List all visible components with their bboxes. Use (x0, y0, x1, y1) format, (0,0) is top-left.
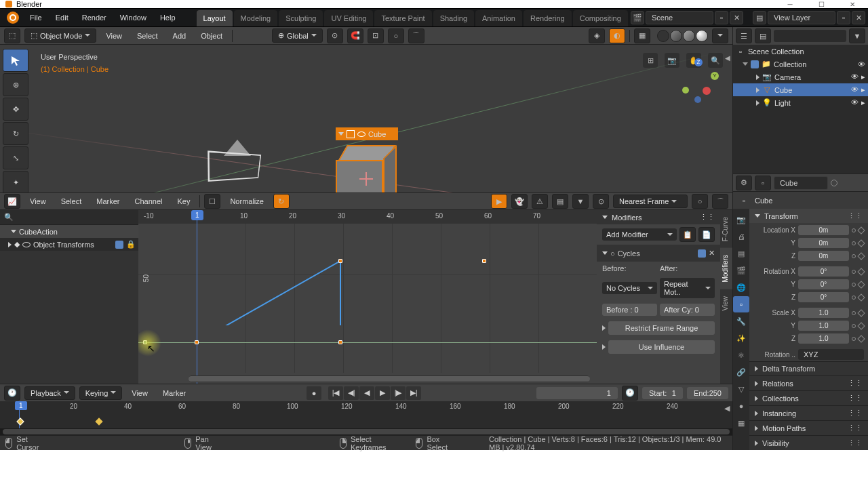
camera-object[interactable] (210, 140, 264, 180)
menu-render[interactable]: Render (75, 11, 113, 24)
delta-transform-header[interactable]: Delta Transform (749, 361, 868, 375)
mode-dropdown[interactable]: ⬚Object Mode (24, 28, 96, 43)
viewport-collapse-icon[interactable]: ◀ (725, 54, 730, 62)
proportional-falloff-icon[interactable]: ⌒ (408, 28, 425, 43)
scene-name-field[interactable]: Scene (646, 11, 713, 24)
viewlayer-icon[interactable]: ▤ (753, 11, 766, 24)
anim-loc-y[interactable] (857, 239, 865, 247)
tl-hscrollbar[interactable] (0, 428, 732, 435)
anim-rot-x[interactable] (857, 268, 865, 275)
outliner-scene-collection[interactable]: ▫Scene Collection (733, 45, 868, 58)
key-rot-y[interactable] (852, 283, 856, 287)
gizmo-visibility-icon[interactable]: ◈ (589, 28, 605, 43)
keyframe-point[interactable] (338, 340, 342, 344)
tl-keying-menu[interactable]: Keying (79, 386, 123, 400)
outliner-light[interactable]: 💡Light 👁▸ (733, 96, 868, 109)
outliner-camera[interactable]: 📷Camera 👁▸ (733, 70, 868, 83)
np-tab-view[interactable]: View (720, 289, 732, 318)
prop-tab-data[interactable]: ▽ (733, 381, 749, 397)
prop-tab-world[interactable]: 🌐 (733, 279, 749, 296)
copy-modifiers-icon[interactable]: 📋 (679, 227, 696, 242)
editor-type-icon[interactable]: ⬚ (4, 28, 20, 43)
normalize-toggle-icon[interactable]: ☐ (204, 194, 220, 209)
graph-canvas[interactable]: -10 10 20 30 40 50 60 70 50 1 (138, 210, 597, 384)
gizmo-y-axis[interactable]: Y (711, 72, 719, 80)
workspace-layout[interactable]: Layout (197, 10, 233, 26)
scene-icon[interactable]: 🎬 (631, 11, 644, 24)
orientation-dropdown[interactable]: ⊕Global (272, 28, 323, 43)
ge-markers-icon[interactable]: ▤ (552, 194, 568, 209)
collections-header[interactable]: Collections⋮⋮ (749, 390, 868, 405)
ge-editor-type-icon[interactable]: 📈 (4, 194, 20, 209)
viewlayer-field[interactable]: View Layer (768, 11, 835, 24)
next-key-button[interactable]: |▶ (391, 386, 406, 400)
field-rot-y[interactable]: 0° (798, 279, 849, 289)
wireframe-shading-icon[interactable] (657, 30, 669, 42)
props-type-icon[interactable]: ⚙ (736, 176, 752, 190)
auto-normalize-icon[interactable]: ↻ (273, 194, 290, 209)
fcurve[interactable] (138, 224, 342, 325)
key-rot-x[interactable] (852, 270, 856, 274)
field-loc-z[interactable]: 0m (798, 251, 849, 261)
menu-help[interactable]: Help (153, 11, 182, 24)
cube-object[interactable] (336, 145, 398, 192)
add-modifier-dropdown[interactable]: Add Modifier (602, 228, 677, 241)
workspace-shading[interactable]: Shading (433, 10, 474, 26)
props-obj-icon[interactable]: ▫ (755, 176, 771, 190)
np-tab-fcurve[interactable]: F-Curve (720, 210, 732, 248)
camera-to-view-icon[interactable]: 📷 (665, 53, 679, 68)
key-scale-z[interactable] (852, 337, 856, 341)
prop-tab-particle[interactable]: ✨ (733, 330, 749, 346)
key-rot-z[interactable] (852, 296, 856, 300)
key-scale-x[interactable] (852, 311, 856, 315)
field-scale-y[interactable]: 1.0 (798, 321, 849, 331)
light-visibility-icon[interactable]: 👁 (851, 98, 859, 107)
prop-tab-object[interactable]: ▫ (733, 296, 749, 312)
props-name-field[interactable]: Cube (774, 176, 828, 190)
outliner-cube[interactable]: ▽Cube 👁▸ (733, 83, 868, 96)
viewport-3d[interactable]: ⊕ ✥ ↻ ⤡ ✦ ✎ User Perspective (1) Collect… (0, 45, 732, 192)
channel-mute-checkbox[interactable] (115, 241, 123, 249)
tl-collapse-icon[interactable]: ◀ (724, 404, 730, 413)
ge-menu-marker[interactable]: Marker (91, 195, 125, 207)
xray-icon[interactable]: ▦ (634, 28, 650, 43)
props-pin-icon[interactable] (831, 180, 837, 186)
field-rot-z[interactable]: 0° (798, 292, 849, 302)
cube-select-icon[interactable]: ▸ (861, 85, 865, 94)
channel-transform[interactable]: ◆ Object Transforms 🔒 (0, 238, 138, 251)
normalize-label[interactable]: Normalize (224, 195, 269, 207)
prop-tab-scene[interactable]: 🎬 (733, 262, 749, 279)
jump-end-button[interactable]: ▶| (406, 386, 421, 400)
anim-scale-z[interactable] (857, 335, 865, 342)
blender-logo-icon[interactable] (7, 12, 19, 24)
channel-cube[interactable]: Cube (336, 127, 398, 140)
menu-file[interactable]: File (23, 11, 49, 24)
preview-range-icon[interactable]: 🕐 (622, 386, 638, 401)
overlay-toggle-icon[interactable]: ◐ (609, 28, 625, 43)
use-influence-button[interactable]: Use Influence (608, 340, 715, 354)
anim-scale-x[interactable] (857, 309, 865, 317)
snap-toggle-icon[interactable]: 🧲 (347, 28, 363, 43)
modifier-delete-icon[interactable]: ✕ (709, 249, 715, 258)
play-reverse-button[interactable]: ◀ (359, 386, 374, 400)
ge-menu-channel[interactable]: Channel (129, 195, 167, 207)
restrict-frame-range-button[interactable]: Restrict Frame Range (608, 321, 715, 335)
workspace-uv[interactable]: UV Editing (324, 10, 373, 26)
scale-tool[interactable]: ⤡ (3, 146, 28, 169)
before-cycles-field[interactable]: Before : 0 (602, 304, 657, 316)
tl-menu-marker[interactable]: Marker (157, 387, 191, 399)
vp-menu-view[interactable]: View (100, 30, 127, 42)
start-frame-field[interactable]: Start:1 (642, 387, 683, 399)
field-loc-x[interactable]: 0m (798, 225, 849, 235)
keyframe-point[interactable] (482, 259, 486, 263)
prop-tab-viewlayer[interactable]: ▤ (733, 245, 749, 262)
ge-cursor-icon[interactable]: ▶ (491, 194, 507, 209)
tl-playback-menu[interactable]: Playback (24, 386, 75, 400)
snap-target-icon[interactable]: ⊡ (368, 28, 384, 43)
viewlayer-del-icon[interactable]: ✕ (852, 11, 865, 24)
ge-proportional-icon[interactable]: ○ (692, 194, 708, 209)
workspace-compositing[interactable]: Compositing (573, 10, 628, 26)
maximize-button[interactable]: ☐ (806, 0, 837, 8)
vp-menu-add[interactable]: Add (167, 30, 192, 42)
relations-header[interactable]: Relations⋮⋮ (749, 375, 868, 390)
